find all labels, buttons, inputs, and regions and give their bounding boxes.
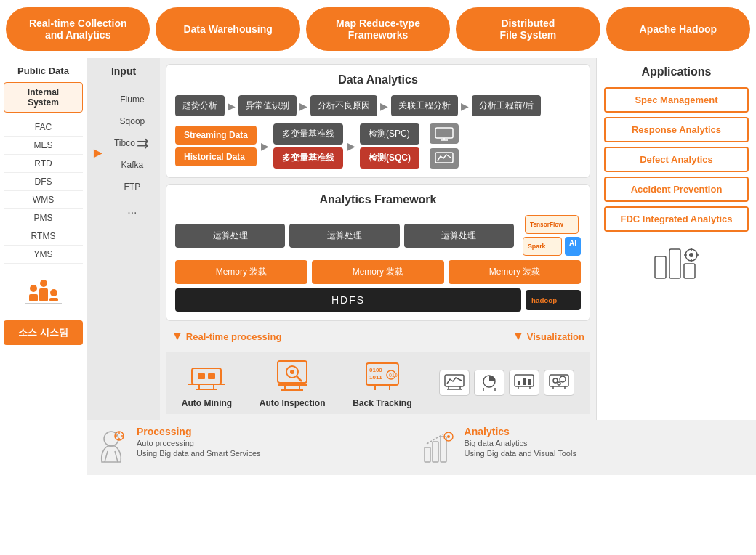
data-analytics-box: Data Analytics 趋势分析 ▶ 异常值识别 ▶ 分析不良原因 ▶ 关… [166,64,590,178]
analytics-sub2: Using Big data and Visual Tools [465,449,576,458]
streaming-row: Streaming Data Historical Data ▶ 多变量基准线 … [175,123,581,169]
multi-baseline-2: 多变量基准线 [273,147,343,169]
center-area: Data Analytics 趋势分析 ▶ 异常值识别 ▶ 分析不良原因 ▶ 关… [160,58,596,420]
applications-title: Applications [604,65,749,78]
streaming-data-tag: Streaming Data [175,126,257,145]
svg-rect-55 [655,256,666,278]
gear-people-icon [25,272,62,309]
monitor-icon-2 [430,148,459,169]
flow-arrow-3: ▶ [461,100,469,112]
svg-rect-16 [208,373,215,379]
viz-icons-group [439,370,574,396]
sidebar-item-rtd[interactable]: RTD [4,155,83,173]
svg-rect-0 [29,294,38,301]
spark-badge: Spark [523,237,562,256]
auto-mining-label: Auto Mining [182,398,232,408]
flow-item-4: 分析工程前/后 [472,95,541,116]
bottom-icons-row: Auto Mining [172,357,584,408]
hadoop-logo: hadoop [531,293,575,307]
app-defect-analytics[interactable]: Defect Analytics [604,147,749,172]
svg-rect-73 [433,442,438,462]
hdfs-box: HDFS [175,288,521,312]
viz-icon-1 [439,370,470,396]
analytics-icon [421,426,457,469]
monitor-icon-1 [430,123,459,144]
auto-mining-icon [185,357,228,394]
sidebar-item-mes[interactable]: MES [4,137,83,155]
svg-point-52 [558,382,560,385]
svg-text:0100: 0100 [369,367,382,373]
flow-item-2: 分析不良原因 [310,95,377,116]
svg-point-4 [40,280,47,287]
input-column: Input ► Flume Sqoop Tibco ⇉ Kafka FTP ..… [87,58,160,420]
baseline-group: 多变量基准线 多变量基准线 [273,123,343,169]
sidebar-item-rtms[interactable]: RTMS [4,227,83,246]
app-accident-prevention[interactable]: Accident Prevention [604,177,749,202]
memory-2: Memory 装载 [312,260,444,284]
svg-line-24 [297,376,302,381]
input-flume: Flume [108,89,156,110]
hdfs-row: HDFS hadoop [175,288,581,312]
detect-sqc: 检测(SQC) [360,147,419,169]
back-tracking-label: Back Tracking [353,398,411,408]
svg-rect-44 [518,381,520,385]
auto-inspection-item: Auto Inspection [260,357,326,408]
nav-pill-dfs[interactable]: Distributed File System [456,7,600,51]
compute-row: 运算处理 运算处理 运算处理 TensorFlow Spark [175,215,581,256]
svg-point-23 [290,370,294,374]
svg-line-65 [105,451,108,462]
processing-sub1: Auto processing [137,439,261,447]
auto-inspection-icon [270,357,314,394]
flow-item-1: 异常值识别 [238,95,297,116]
sidebar-item-dfs[interactable]: DFS [4,173,83,191]
input-title: Input [111,65,136,77]
ai-badge: AI [565,237,581,256]
compute-3: 运算处理 [404,224,514,248]
analytics-framework-title: Analytics Framework [175,193,581,206]
detect-spc: 检测(SPC) [360,123,419,145]
processing-title: Processing [137,426,261,437]
top-nav: Real-time Collection and Analytics Data … [0,0,756,58]
viz-icon-2 [474,370,504,396]
app-response-analytics[interactable]: Response Analytics [604,117,749,142]
streaming-arrow: ▶ [261,140,269,152]
nav-pill-dw[interactable]: Data Warehousing [156,7,299,51]
svg-line-66 [115,451,118,462]
svg-point-59 [689,253,693,257]
historical-data-tag: Historical Data [175,147,257,166]
svg-rect-6 [25,303,62,304]
rt-banner: ▼ Real-time processing ▼ Visualization [166,327,590,346]
viz-icon-3 [509,370,539,396]
internal-system-label: Internal System [4,82,83,113]
memory-3: Memory 装载 [449,260,581,284]
nav-pill-mapreduce[interactable]: Map Reduce-type Frameworks [306,7,450,51]
nav-pill-realtime[interactable]: Real-time Collection and Analytics [6,7,150,51]
sidebar-item-pms[interactable]: PMS [4,209,83,227]
viz-icon-4 [544,370,574,396]
analytics-title: Analytics [465,426,576,437]
sidebar-item-fac[interactable]: FAC [4,118,83,137]
tensorflow-badge: TensorFlow [525,215,579,234]
viz-label: ▼ Visualization [512,330,584,343]
main-area: Public Data Internal System FAC MES RTD … [0,58,756,475]
public-data-label: Public Data [17,65,69,76]
framework-grid: 运算处理 运算处理 运算处理 TensorFlow Spark [175,215,581,312]
app-fdc-integrated[interactable]: FDC Integrated Analytics [604,206,749,232]
input-sqoop: Sqoop [108,110,156,132]
monitor-icons [430,123,459,169]
sidebar: Public Data Internal System FAC MES RTD … [0,58,87,475]
flow-arrow-1: ▶ [299,100,307,112]
rt-label: ▼ Real-time processing [172,330,281,343]
app-spec-mgmt[interactable]: Spec Management [604,87,749,113]
sidebar-item-wms[interactable]: WMS [4,191,83,209]
auto-inspection-label: Auto Inspection [260,398,326,408]
svg-point-3 [30,285,37,292]
source-system-button[interactable]: 소스 시스템 [4,320,83,345]
multi-baseline-1: 多变量基准线 [273,123,343,145]
analytics-text: Analytics Big data Analytics Using Big d… [465,426,576,458]
nav-pill-hadoop[interactable]: Apache Hadoop [606,7,750,51]
processing-text: Processing Auto processing Using Big dat… [137,426,261,458]
sidebar-item-yms[interactable]: YMS [4,246,83,264]
flow-arrow-0: ▶ [228,100,236,112]
right-sidebar: Applications Spec Management Response An… [596,58,756,420]
